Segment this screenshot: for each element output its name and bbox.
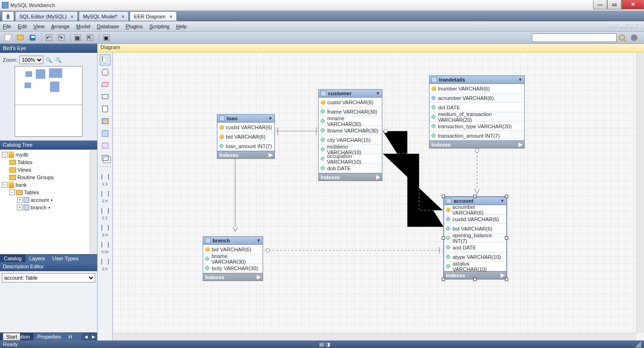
selection-handle[interactable] bbox=[473, 195, 477, 198]
entity-customer[interactable]: customer▼custid VARCHAR(6)fname VARCHAR(… bbox=[318, 89, 382, 181]
tab-layers[interactable]: Layers bbox=[25, 255, 49, 262]
tool-routine[interactable] bbox=[99, 152, 111, 164]
entity-loan[interactable]: loan▼custid VARCHAR(6)bid VARCHAR(6)loan… bbox=[217, 114, 275, 159]
tree-table-branch[interactable]: +branch• bbox=[1, 204, 96, 211]
selection-handle[interactable] bbox=[442, 195, 445, 198]
menu-view[interactable]: View bbox=[33, 24, 45, 29]
column-medium_of_transaction[interactable]: medium_of_transaction VARCHAR(20) bbox=[429, 112, 524, 122]
nav-next-button[interactable]: ► bbox=[90, 333, 97, 340]
tool-layer[interactable] bbox=[99, 91, 111, 102]
search-input[interactable] bbox=[532, 33, 617, 42]
entity-header[interactable]: trandetails▼ bbox=[429, 75, 525, 84]
canvas-hscrollbar[interactable] bbox=[113, 333, 636, 340]
tab-user-types[interactable]: User Types bbox=[49, 255, 82, 262]
expand-icon[interactable]: ▶ bbox=[519, 141, 522, 148]
tab-catalog[interactable]: Catalog bbox=[0, 255, 25, 262]
entity-trandetails[interactable]: trandetails▼tnumber VARCHAR(6)acnumber V… bbox=[429, 75, 525, 149]
column-custid[interactable]: custid VARCHAR(6) bbox=[217, 123, 274, 132]
entity-indexes[interactable]: Indexes▶ bbox=[203, 273, 263, 281]
description-select[interactable]: account: Table bbox=[2, 273, 95, 282]
tree-db-bank[interactable]: −bank bbox=[1, 181, 96, 189]
menu-file[interactable]: File bbox=[3, 24, 11, 29]
save-button[interactable] bbox=[27, 33, 38, 42]
minimize-button[interactable]: — bbox=[593, 0, 607, 9]
entity-indexes[interactable]: Indexes▶ bbox=[318, 174, 382, 181]
tool-eraser[interactable] bbox=[99, 79, 111, 90]
preferences-button[interactable]: ▣ bbox=[101, 33, 112, 42]
redo-button[interactable]: ↷ bbox=[56, 33, 66, 42]
column-acnumber[interactable]: acnumber VARCHAR(6) bbox=[444, 205, 506, 215]
tab-sql-editor[interactable]: SQL Editor (MySQL) × bbox=[15, 11, 78, 21]
column-loan_amount[interactable]: loan_amount INT(7) bbox=[217, 141, 274, 151]
zoom-in-button[interactable]: 🔍 bbox=[45, 56, 53, 64]
column-bcity[interactable]: bcity VARCHAR(30) bbox=[203, 264, 263, 273]
birds-eye-preview[interactable] bbox=[15, 66, 83, 137]
tool-rel-1-n-ni[interactable] bbox=[99, 188, 111, 199]
selection-handle[interactable] bbox=[473, 278, 477, 281]
entity-account[interactable]: account▼acnumber VARCHAR(6)custid VARCHA… bbox=[444, 197, 507, 279]
column-transaction_type[interactable]: transaction_type VARCHAR(20) bbox=[429, 122, 524, 131]
tab-close-icon[interactable]: × bbox=[121, 14, 124, 19]
tool-rel-1-n-id[interactable] bbox=[99, 222, 111, 233]
tree-folder-tables[interactable]: Tables bbox=[1, 158, 96, 166]
collapse-icon[interactable]: ▼ bbox=[518, 77, 522, 82]
column-bname[interactable]: bname VARCHAR(30) bbox=[203, 254, 263, 264]
menu-model[interactable]: Model bbox=[76, 24, 91, 29]
diagram-canvas[interactable]: loan▼custid VARCHAR(6)bid VARCHAR(6)loan… bbox=[113, 52, 644, 340]
collapse-icon[interactable]: ▼ bbox=[376, 91, 380, 96]
tab-home[interactable] bbox=[2, 11, 14, 21]
expand-icon[interactable]: ▶ bbox=[376, 174, 380, 180]
menu-help[interactable]: Help bbox=[176, 24, 187, 29]
selection-handle[interactable] bbox=[442, 236, 445, 240]
entity-header[interactable]: branch▼ bbox=[203, 236, 263, 245]
column-transaction_amount[interactable]: transaction_amount INT(7) bbox=[429, 131, 524, 141]
align-button[interactable]: ⇱ bbox=[85, 33, 95, 42]
tree-folder-bank-tables[interactable]: −Tables bbox=[1, 189, 96, 196]
tab-mysql-model[interactable]: MySQL Model* × bbox=[79, 11, 129, 21]
tab-close-icon[interactable]: × bbox=[169, 14, 172, 19]
search-button[interactable] bbox=[617, 33, 627, 42]
tool-rel-1-1-id[interactable] bbox=[99, 205, 111, 216]
column-aod[interactable]: aod DATE bbox=[444, 243, 506, 252]
menu-scripting[interactable]: Scripting bbox=[149, 24, 170, 29]
column-custid[interactable]: custid VARCHAR(6) bbox=[444, 215, 506, 224]
tool-image[interactable] bbox=[99, 116, 111, 127]
tool-table[interactable] bbox=[99, 128, 111, 139]
tab-history[interactable]: H bbox=[65, 333, 76, 340]
column-opening_balance[interactable]: opening_balance INT(7) bbox=[444, 233, 506, 243]
selection-handle[interactable] bbox=[505, 278, 508, 281]
expand-icon[interactable]: ▶ bbox=[269, 152, 272, 158]
catalog-scrollbar[interactable] bbox=[90, 150, 97, 254]
entity-branch[interactable]: branch▼bid VARCHAR(6)bname VARCHAR(30)bc… bbox=[203, 236, 263, 281]
tool-rel-existing[interactable] bbox=[99, 256, 111, 267]
tree-folder-routine-groups[interactable]: Routine Groups bbox=[1, 174, 96, 181]
column-ltname[interactable]: ltname VARCHAR(30) bbox=[319, 126, 382, 135]
selection-handle[interactable] bbox=[505, 236, 508, 240]
zoom-select[interactable]: 100% bbox=[19, 56, 43, 64]
tab-eer-diagram[interactable]: EER Diagram × bbox=[130, 11, 177, 21]
tool-hand[interactable] bbox=[99, 66, 111, 78]
tool-rel-n-m[interactable] bbox=[99, 239, 111, 250]
column-bid[interactable]: bid VARCHAR(6) bbox=[217, 132, 274, 141]
column-occupation[interactable]: occupation VARCHAR(10) bbox=[319, 154, 382, 164]
tool-pointer[interactable] bbox=[99, 54, 111, 66]
menu-plugins[interactable]: Plugins bbox=[126, 24, 143, 29]
selection-handle[interactable] bbox=[505, 195, 508, 198]
undo-button[interactable]: ↶ bbox=[44, 33, 54, 42]
column-acnumber[interactable]: acnumber VARCHAR(6) bbox=[429, 93, 524, 103]
column-dob[interactable]: dob DATE bbox=[319, 164, 382, 173]
expand-icon[interactable]: ▶ bbox=[501, 272, 504, 278]
selection-handle[interactable] bbox=[442, 278, 445, 281]
collapse-icon[interactable]: ▼ bbox=[500, 199, 504, 203]
open-button[interactable] bbox=[15, 33, 25, 42]
start-button[interactable]: Start bbox=[3, 333, 20, 340]
resize-grip[interactable] bbox=[635, 341, 641, 348]
tool-view[interactable] bbox=[99, 140, 111, 151]
entity-header[interactable]: customer▼ bbox=[318, 89, 382, 98]
collapse-icon[interactable]: ▼ bbox=[256, 238, 261, 243]
close-button[interactable]: ✕ bbox=[621, 0, 644, 9]
tree-folder-views[interactable]: Views bbox=[1, 166, 96, 174]
nav-prev-button[interactable]: ◄ bbox=[82, 333, 90, 340]
entity-header[interactable]: loan▼ bbox=[217, 114, 275, 123]
column-astatus[interactable]: astatus VARCHAR(10) bbox=[444, 262, 506, 271]
